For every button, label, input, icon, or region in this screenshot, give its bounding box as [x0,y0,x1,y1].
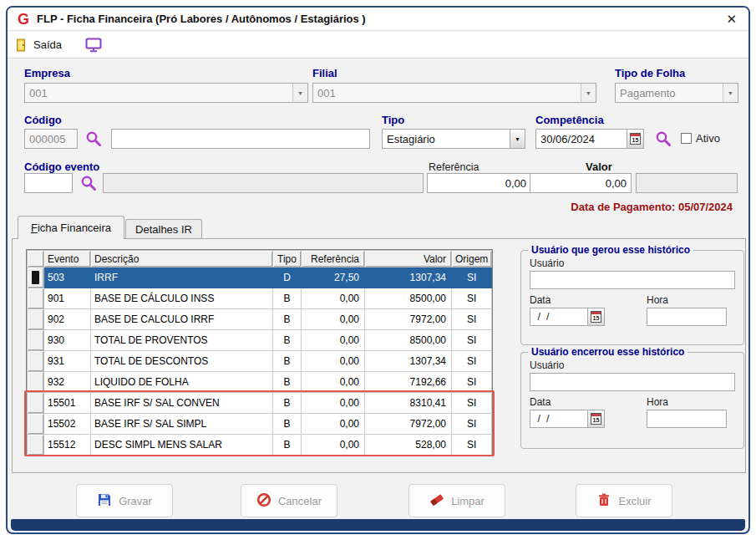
cell-referencia[interactable]: 27,50 [302,267,365,288]
cell-referencia[interactable]: 0,00 [302,393,365,414]
row-indicator[interactable] [28,288,44,309]
exit-button[interactable]: Saída [16,38,62,52]
column-header-3[interactable]: Tipo [273,251,302,267]
cell-valor[interactable]: 7972,00 [365,414,452,435]
data-encerrou-field[interactable]: / / 15 [530,410,605,428]
chevron-down-icon[interactable]: ▼ [581,84,596,102]
cell-evento[interactable]: 15501 [44,393,91,414]
cell-descricao[interactable]: TOTAL DE DESCONTOS [91,351,273,372]
row-indicator[interactable] [28,372,44,393]
chevron-down-icon[interactable]: ▼ [723,84,738,102]
cell-valor[interactable]: 528,00 [365,435,452,456]
gravar-button[interactable]: Gravar [76,484,173,517]
column-header-2[interactable]: Descrição [91,251,273,267]
calendar-button[interactable]: 15 [627,130,643,148]
cell-evento[interactable]: 902 [44,309,91,330]
codigo-evento-input[interactable] [24,173,73,193]
hora-gerou-input[interactable] [647,308,727,326]
cell-evento[interactable]: 932 [44,372,91,393]
cell-valor[interactable]: 7972,00 [365,309,452,330]
tab-detalhes-ir[interactable]: Detalhes IR [125,219,202,238]
grid-row-15501[interactable]: 15501BASE IRF S/ SAL CONVENB0,008310,41S… [28,393,492,414]
codigo-nome-input[interactable] [111,129,370,149]
cell-descricao[interactable]: TOTAL DE PROVENTOS [91,330,273,351]
competencia-field[interactable]: 30/06/2024 15 [535,129,644,149]
hora-encerrou-input[interactable] [647,410,727,428]
grid-row-15502[interactable]: 15502BASE IRF S/ SAL SIMPLB0,007972,00SI [28,414,492,435]
codigo-input[interactable] [24,129,78,149]
codigo-evento-descricao[interactable] [103,173,424,193]
chevron-down-icon[interactable]: ▼ [510,130,525,148]
calendar-button[interactable]: 15 [587,308,604,325]
cell-evento[interactable]: 930 [44,330,91,351]
usuario-encerrou-input[interactable] [530,373,735,391]
row-indicator[interactable] [28,435,44,456]
cell-tipo[interactable]: B [273,372,302,393]
cell-tipo[interactable]: B [273,351,302,372]
cell-referencia[interactable]: 0,00 [302,288,365,309]
grid-row-932[interactable]: 932LIQUIDO DE FOLHAB0,007192,66SI [28,372,492,393]
cell-descricao[interactable]: BASE DE CÁLCULO INSS [91,288,273,309]
empresa-combobox[interactable]: 001 ▼ [24,83,308,103]
cell-origem[interactable]: SI [452,309,492,330]
cell-referencia[interactable]: 0,00 [302,330,365,351]
chevron-down-icon[interactable]: ▼ [292,84,307,102]
cell-evento[interactable]: 931 [44,351,91,372]
cell-origem[interactable]: SI [452,351,492,372]
cell-descricao[interactable]: LIQUIDO DE FOLHA [91,372,273,393]
grid-row-930[interactable]: 930TOTAL DE PROVENTOSB0,008500,00SI [28,330,492,351]
grid-row-901[interactable]: 901BASE DE CÁLCULO INSSB0,008500,00SI [28,288,492,309]
tipo-folha-combobox[interactable]: Pagamento ▼ [615,83,738,103]
grid-row-902[interactable]: 902BASE DE CALCULO IRRFB0,007972,00SI [28,309,492,330]
monitor-icon[interactable] [85,38,102,53]
column-header-1[interactable]: Evento [44,251,91,267]
cell-tipo[interactable]: B [273,393,302,414]
cancelar-button[interactable]: Cancelar [241,484,337,517]
cell-tipo[interactable]: B [273,414,302,435]
column-header-6[interactable]: Origem [452,251,492,267]
cell-valor[interactable]: 7192,66 [365,372,452,393]
grid-row-503[interactable]: 503IRRFD27,501307,34SI [28,267,492,288]
cell-valor[interactable]: 1307,34 [365,267,452,288]
cell-origem[interactable]: SI [452,330,492,351]
row-indicator[interactable] [28,330,44,351]
cell-evento[interactable]: 15502 [44,414,91,435]
cell-descricao[interactable]: DESC SIMPL MENS SALAR [91,435,273,456]
cell-origem[interactable]: SI [452,435,492,456]
tab-ficha-financeira[interactable]: Ficha Financeira [18,216,124,239]
tipo-combobox[interactable]: Estagiário ▼ [382,129,525,149]
cell-tipo[interactable]: D [273,267,302,288]
search-icon[interactable] [85,130,102,147]
cell-tipo[interactable]: B [273,288,302,309]
cell-valor[interactable]: 1307,34 [365,351,452,372]
cell-valor[interactable]: 8500,00 [365,288,452,309]
cell-tipo[interactable]: B [273,330,302,351]
cell-tipo[interactable]: B [273,435,302,456]
cell-origem[interactable]: SI [452,414,492,435]
cell-descricao[interactable]: BASE DE CALCULO IRRF [91,309,273,330]
cell-referencia[interactable]: 0,00 [302,435,365,456]
row-indicator[interactable] [28,309,44,330]
cell-descricao[interactable]: BASE IRF S/ SAL SIMPL [91,414,273,435]
cell-evento[interactable]: 901 [44,288,91,309]
valor-input[interactable] [530,173,632,193]
filial-combobox[interactable]: 001 ▼ [312,83,596,103]
cell-valor[interactable]: 8310,41 [365,393,452,414]
excluir-button[interactable]: Excluir [576,484,672,517]
calendar-button[interactable]: 15 [587,410,604,427]
cell-descricao[interactable]: BASE IRF S/ SAL CONVEN [91,393,273,414]
cell-referencia[interactable]: 0,00 [302,351,365,372]
column-header-5[interactable]: Valor [365,251,452,267]
valor-extra-field[interactable] [636,173,738,193]
cell-referencia[interactable]: 0,00 [302,372,365,393]
cell-evento[interactable]: 503 [44,267,91,288]
referencia-input[interactable] [427,173,531,193]
row-indicator[interactable] [28,267,44,288]
cell-origem[interactable]: SI [452,372,492,393]
cell-origem[interactable]: SI [452,393,492,414]
limpar-button[interactable]: Limpar [408,484,505,517]
ativo-checkbox[interactable] [681,133,692,144]
row-indicator[interactable] [28,393,44,414]
close-icon[interactable]: ✕ [726,12,737,27]
cell-referencia[interactable]: 0,00 [302,309,365,330]
